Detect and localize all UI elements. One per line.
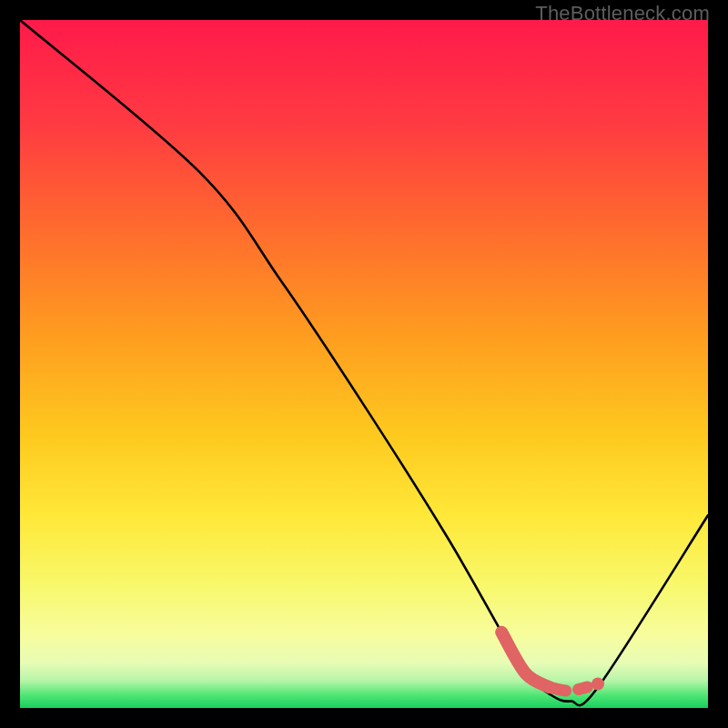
- chart-curve-layer: [20, 20, 708, 708]
- accent-end-dot: [592, 678, 604, 691]
- bottleneck-curve: [20, 20, 708, 705]
- watermark-text: TheBottleneck.com: [535, 2, 710, 25]
- accent-segment: [501, 632, 550, 687]
- chart-frame: TheBottleneck.com: [0, 0, 728, 728]
- chart-plot-area: [20, 20, 708, 708]
- accent-segment-dashed: [550, 684, 598, 692]
